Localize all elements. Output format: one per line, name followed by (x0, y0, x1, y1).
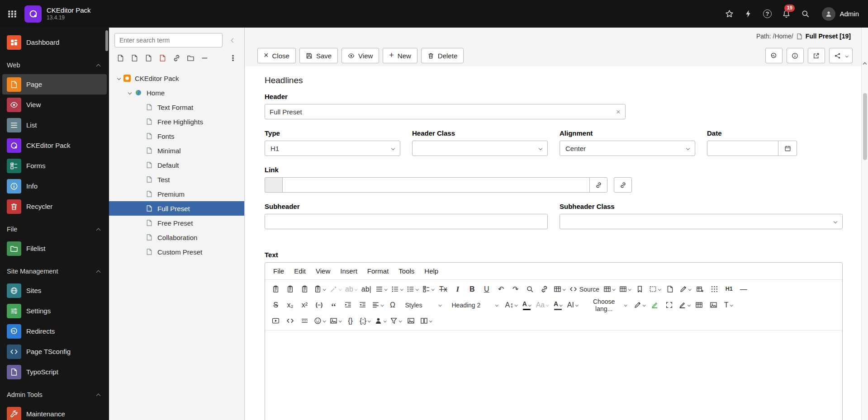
undo-button[interactable]: ↶ (494, 282, 508, 296)
font-background-color-button[interactable]: A (551, 298, 565, 312)
source-button[interactable]: Source (568, 282, 601, 296)
case-change-button[interactable]: ab (343, 282, 359, 296)
bulleted-list-button[interactable] (389, 282, 405, 296)
maximize-button[interactable] (662, 298, 676, 312)
paste-from-word-button[interactable] (298, 282, 312, 296)
new-divider-icon[interactable] (199, 52, 210, 64)
image-upload-button[interactable] (328, 314, 343, 328)
history-button[interactable] (765, 48, 783, 63)
language-dropdown[interactable]: Choose lang... (581, 298, 630, 312)
sidebar-item-typoscript[interactable]: TypoScript (2, 362, 107, 382)
tree-collapse-button[interactable] (226, 33, 240, 47)
sidebar-item-dashboard[interactable]: Dashboard (2, 32, 107, 52)
tree-node-fonts[interactable]: Fonts (109, 129, 244, 143)
clear-icon[interactable]: × (616, 108, 621, 116)
tree-search-input[interactable] (114, 33, 223, 47)
delete-button[interactable]: Delete (421, 48, 464, 63)
heading-h1-button[interactable]: H1 (722, 282, 736, 296)
tree-node-full-preset[interactable]: Full Preset (109, 201, 244, 216)
tree-more-button[interactable]: ⋮ (227, 52, 239, 64)
header-class-select[interactable] (412, 141, 548, 156)
emoji-button[interactable] (312, 314, 327, 328)
paste-button[interactable] (269, 282, 283, 296)
superscript-button[interactable]: x² (298, 298, 312, 312)
sidebar-item-forms[interactable]: Forms (2, 156, 107, 176)
tree-node-free-preset[interactable]: Free Preset (109, 216, 244, 230)
special-characters-button[interactable]: (–) (312, 298, 326, 312)
sidebar-item-redirects[interactable]: Redirects (2, 321, 107, 341)
tree-expander[interactable] (114, 77, 123, 80)
sidebar-item-page-tsconfig[interactable]: Page TSconfig (2, 341, 107, 362)
tree-expander[interactable] (125, 91, 134, 94)
filter-button[interactable] (388, 314, 403, 328)
view-button[interactable]: View (342, 48, 379, 63)
insert-table-button[interactable] (552, 282, 567, 296)
sidebar-item-settings[interactable]: Settings (2, 301, 107, 321)
decrease-indent-button[interactable] (356, 298, 370, 312)
block-quote-button[interactable]: “ (327, 298, 341, 312)
paste-plain-text-button[interactable] (283, 282, 297, 296)
subscript-button[interactable]: x₂ (283, 298, 297, 312)
heading-dropdown[interactable]: Heading 2 (448, 298, 502, 312)
sidebar-group-admin-tools[interactable]: Admin Tools (0, 386, 109, 404)
sidebar-scrollbar-thumb[interactable] (105, 30, 108, 51)
code-block-button[interactable]: {} (343, 314, 357, 328)
scroll-up-icon[interactable] (863, 62, 867, 66)
sidebar-group-file[interactable]: File (0, 220, 109, 238)
highlight-button[interactable] (648, 298, 662, 312)
tree-node-premium[interactable]: Premium (109, 187, 244, 201)
revision-history-button[interactable] (663, 282, 677, 296)
new-page-icon[interactable] (114, 52, 126, 64)
tree-node-custom-preset[interactable]: Custom Preset (109, 245, 244, 259)
subheader-class-select[interactable] (560, 214, 843, 229)
insert-image-button[interactable] (707, 298, 721, 312)
sidebar-item-info[interactable]: Info (2, 176, 107, 196)
sidebar-item-page[interactable]: Page (2, 74, 107, 94)
sidebar-item-ckeditor-pack[interactable]: CKEditor Pack (2, 135, 107, 156)
text-alignment-button[interactable] (370, 298, 385, 312)
bookmark-button[interactable] (720, 4, 739, 24)
ai-assistant-button[interactable]: AI (565, 298, 580, 312)
sidebar-item-view[interactable]: View (2, 94, 107, 115)
date-picker-button[interactable] (778, 141, 797, 156)
code-button[interactable] (283, 314, 297, 328)
to-do-list-button[interactable] (421, 282, 436, 296)
draw-pen-button[interactable] (632, 298, 647, 312)
sidebar-group-web[interactable]: Web (0, 56, 109, 74)
page-break-button[interactable] (298, 314, 312, 328)
text-case-button[interactable]: Aa (534, 298, 550, 312)
tree-node-test[interactable]: Test (109, 172, 244, 187)
link-browser-button[interactable] (614, 177, 632, 193)
find-and-replace-button[interactable] (523, 282, 537, 296)
link-button[interactable] (537, 282, 551, 296)
new-sysfolder-icon[interactable] (157, 52, 168, 64)
editor-menu-insert[interactable]: Insert (336, 264, 362, 278)
table-of-contents-button[interactable] (692, 298, 706, 312)
search-button[interactable] (796, 4, 815, 24)
marker-button[interactable] (677, 298, 692, 312)
table-column-button[interactable] (602, 282, 617, 296)
open-in-new-window-button[interactable] (808, 48, 825, 63)
tree-node-collaboration[interactable]: Collaboration (109, 230, 244, 245)
editor-menu-help[interactable]: Help (420, 264, 443, 278)
subheader-input[interactable] (265, 214, 548, 229)
help-button[interactable]: ? (758, 4, 777, 24)
text-transform-button[interactable]: T (721, 298, 735, 312)
sidebar-group-site-management[interactable]: Site Management (0, 262, 109, 280)
image-via-url-button[interactable] (404, 314, 418, 328)
format-painter-button[interactable] (328, 282, 343, 296)
underline-button[interactable]: U (479, 282, 493, 296)
record-info-button[interactable] (787, 48, 804, 63)
editor-content[interactable] (265, 330, 842, 420)
redo-button[interactable]: ↷ (508, 282, 522, 296)
styles-dropdown[interactable]: Styles (402, 298, 445, 312)
bookmark-button[interactable] (633, 282, 647, 296)
new-shortcut-icon[interactable] (171, 52, 182, 64)
editor-menu-tools[interactable]: Tools (394, 264, 419, 278)
list-style-button[interactable] (374, 282, 389, 296)
close-button[interactable]: ×Close (257, 48, 296, 63)
tree-node-ckeditor-pack[interactable]: CKEditor Pack (109, 71, 244, 85)
placeholder-button[interactable]: {;} (358, 314, 372, 328)
header-input[interactable] (265, 104, 626, 119)
horizontal-line-button[interactable]: — (736, 282, 750, 296)
